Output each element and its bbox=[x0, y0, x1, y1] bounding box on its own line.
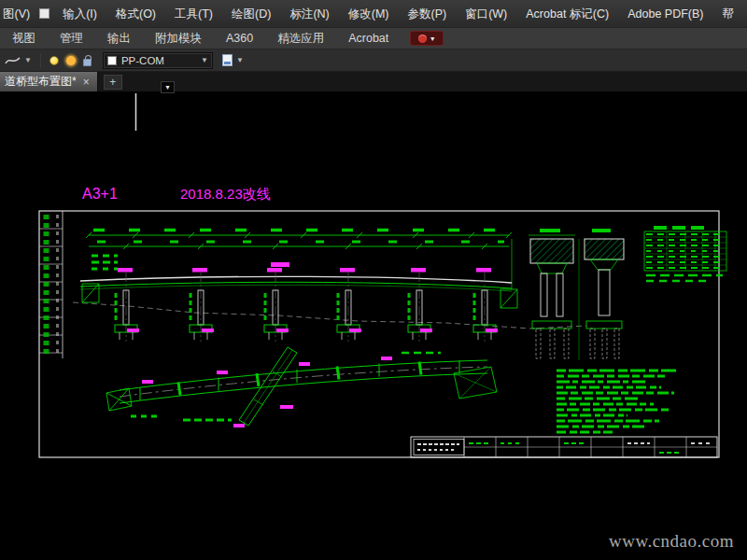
menu-item-acrobat-comments[interactable]: Acrobat 标记(C) bbox=[516, 0, 618, 28]
linetype-tool[interactable]: ▼ bbox=[0, 54, 35, 67]
menu-item-dimension[interactable]: 标注(N) bbox=[280, 0, 338, 28]
menu-item-adobe-pdf[interactable]: Adobe PDF(B) bbox=[618, 0, 712, 28]
chevron-down-icon: ▼ bbox=[24, 56, 32, 64]
menu-bar: 图(V) 输入(I) 格式(O) 工具(T) 绘图(D) 标注(N) 修改(M)… bbox=[0, 0, 747, 28]
bridge-elevation-view bbox=[73, 231, 586, 343]
menu-item-window[interactable]: 窗口(W) bbox=[456, 0, 516, 28]
toolbar-separator bbox=[40, 53, 41, 68]
menu-item-help[interactable]: 帮 bbox=[712, 0, 743, 28]
pier-section-a bbox=[529, 231, 579, 360]
cad-drawing: A3+1 2018.8.23改线 bbox=[0, 91, 747, 560]
ribbon-tab-acrobat[interactable]: Acrobat bbox=[336, 28, 401, 49]
ribbon-tab-addins[interactable]: 附加模块 bbox=[143, 28, 214, 49]
notes-block bbox=[557, 371, 676, 432]
ribbon-tab-featured-apps[interactable]: 精选应用 bbox=[265, 28, 336, 49]
sheet-size-label: A3+1 bbox=[82, 186, 118, 202]
watermark: www.cndao.com bbox=[609, 531, 734, 552]
close-icon[interactable]: × bbox=[83, 77, 90, 88]
pier-section-b bbox=[585, 231, 624, 358]
bridge-plan-view bbox=[106, 347, 497, 427]
layer-color-swatch bbox=[107, 56, 117, 65]
layer-lock-icon[interactable] bbox=[83, 59, 92, 66]
file-tab-title: 道桥型布置图* bbox=[5, 74, 77, 90]
current-layer-name: PP-COM bbox=[121, 55, 196, 66]
layer-freeze-sun-icon[interactable] bbox=[66, 56, 76, 65]
document-thumbnail-icon bbox=[39, 8, 49, 19]
layer-dropdown[interactable]: PP-COM ▼ bbox=[103, 52, 213, 69]
ribbon-tab-a360[interactable]: A360 bbox=[214, 28, 265, 49]
menu-item-format[interactable]: 格式(O) bbox=[106, 0, 165, 28]
spline-icon bbox=[4, 54, 22, 67]
chevron-down-icon[interactable]: ▼ bbox=[236, 56, 244, 64]
ribbon-tab-bar: 视图 管理 输出 附加模块 A360 精选应用 Acrobat ▼ bbox=[0, 28, 747, 49]
record-dot-icon bbox=[418, 35, 427, 43]
menu-item-tools[interactable]: 工具(T) bbox=[165, 0, 222, 28]
layer-on-bulb-icon[interactable] bbox=[49, 56, 59, 65]
file-tab-bar: 道桥型布置图* × + bbox=[0, 72, 747, 91]
menu-item-modify[interactable]: 修改(M) bbox=[339, 0, 399, 28]
title-block bbox=[411, 437, 717, 457]
menu-item-view[interactable]: 图(V) bbox=[0, 0, 39, 28]
drawing-canvas[interactable]: A3+1 2018.8.23改线 bbox=[0, 91, 747, 560]
new-tab-button[interactable]: + bbox=[104, 75, 122, 90]
menu-item-insert[interactable]: 输入(I) bbox=[53, 0, 106, 28]
chevron-down-icon: ▼ bbox=[201, 56, 208, 64]
ribbon-tab-view[interactable]: 视图 bbox=[0, 28, 48, 49]
coordinate-table bbox=[644, 228, 726, 281]
record-macro-button[interactable]: ▼ bbox=[410, 31, 444, 46]
layer-properties-icon[interactable] bbox=[222, 54, 233, 66]
revision-date-label: 2018.8.23改线 bbox=[180, 186, 271, 202]
ribbon-tab-manage[interactable]: 管理 bbox=[48, 28, 95, 49]
file-tab-active[interactable]: 道桥型布置图* × bbox=[0, 72, 98, 91]
chevron-down-icon: ▼ bbox=[430, 35, 436, 42]
menu-item-draw[interactable]: 绘图(D) bbox=[222, 0, 280, 28]
tab-overflow-caret[interactable]: ▼ bbox=[161, 81, 175, 93]
menu-item-parametric[interactable]: 参数(P) bbox=[398, 0, 456, 28]
ribbon-tab-output[interactable]: 输出 bbox=[95, 28, 143, 49]
layers-toolbar: ▼ PP-COM ▼ ▼ bbox=[0, 49, 747, 72]
